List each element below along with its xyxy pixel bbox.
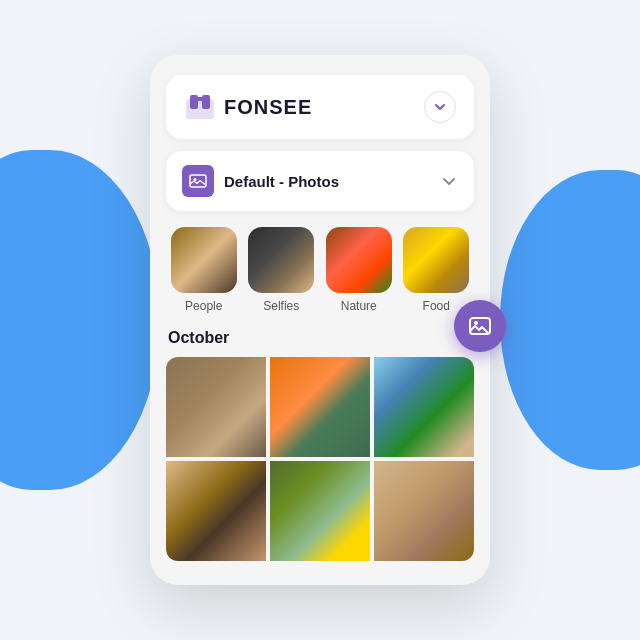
- logo-area: FONSEE: [184, 91, 312, 123]
- categories-row: People Selfies Nature Food: [166, 227, 474, 313]
- bg-blob-right: [500, 170, 640, 470]
- category-thumb-nature: [326, 227, 392, 293]
- album-name: Default - Photos: [224, 173, 339, 190]
- photo-cell-woman1[interactable]: [166, 461, 266, 561]
- category-label-selfies: Selfies: [263, 299, 299, 313]
- collapse-button[interactable]: [424, 91, 456, 123]
- fonsee-logo-icon: [184, 91, 216, 123]
- category-thumb-people: [171, 227, 237, 293]
- category-item-people[interactable]: People: [171, 227, 237, 313]
- photo-cell-horse[interactable]: [166, 357, 266, 457]
- category-thumb-selfies: [248, 227, 314, 293]
- section-title-october: October: [166, 329, 474, 347]
- album-image-icon: [189, 172, 207, 190]
- album-thumbnail: [182, 165, 214, 197]
- svg-rect-3: [194, 97, 206, 101]
- bg-blob-left: [0, 150, 160, 490]
- photo-cell-fruits1[interactable]: [270, 461, 370, 561]
- svg-rect-4: [190, 175, 206, 187]
- category-label-food: Food: [423, 299, 450, 313]
- album-chevron-icon: [440, 172, 458, 190]
- photo-cell-grains[interactable]: [374, 461, 474, 561]
- app-card: FONSEE Default - Photos Pe: [150, 55, 490, 585]
- photo-grid: [166, 357, 474, 561]
- chevron-down-icon: [433, 100, 447, 114]
- category-item-food[interactable]: Food: [403, 227, 469, 313]
- album-left: Default - Photos: [182, 165, 339, 197]
- floating-action-button[interactable]: [454, 300, 506, 352]
- category-thumb-food: [403, 227, 469, 293]
- october-section: October: [166, 329, 474, 561]
- category-label-people: People: [185, 299, 222, 313]
- category-item-selfies[interactable]: Selfies: [248, 227, 314, 313]
- fab-image-icon: [468, 314, 492, 338]
- album-selector[interactable]: Default - Photos: [166, 151, 474, 211]
- svg-point-7: [474, 321, 478, 325]
- photo-cell-beach[interactable]: [374, 357, 474, 457]
- app-header: FONSEE: [166, 75, 474, 139]
- category-label-nature: Nature: [341, 299, 377, 313]
- app-title: FONSEE: [224, 96, 312, 119]
- photo-cell-carrots[interactable]: [270, 357, 370, 457]
- category-item-nature[interactable]: Nature: [326, 227, 392, 313]
